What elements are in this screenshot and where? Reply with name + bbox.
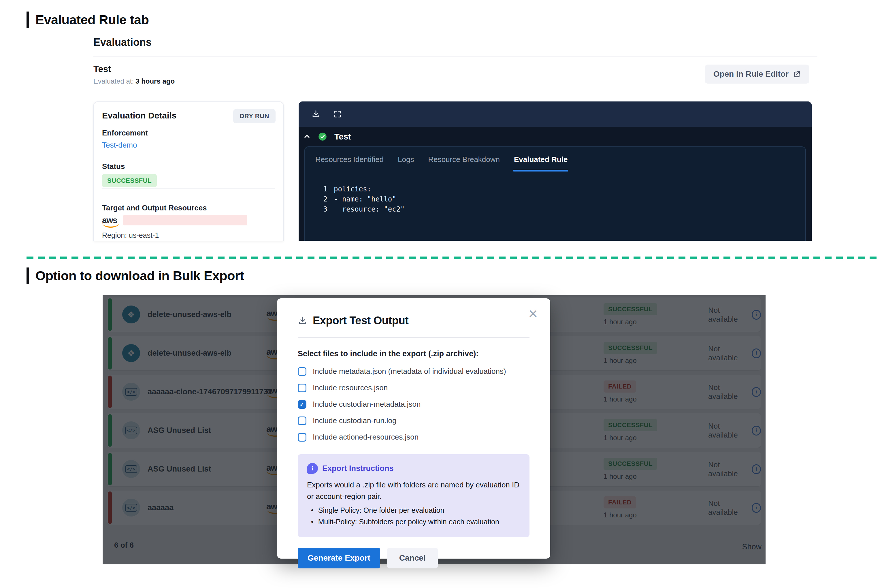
test-output-viewer: Test Resources Identified Logs Resource …	[298, 102, 812, 241]
line-number: 2	[320, 194, 327, 204]
open-in-rule-editor-button[interactable]: Open in Rule Editor	[705, 64, 809, 84]
status-badge: SUCCESSFUL	[102, 174, 157, 188]
code-block: 1policies: 2- name: "hello" 3 resource: …	[305, 184, 806, 214]
dry-run-badge: DRY RUN	[233, 109, 276, 123]
instructions-title: Export Instructions	[322, 464, 394, 473]
export-modal: ✕ Export Test Output Select files to inc…	[277, 298, 550, 559]
tab-evaluated-rule[interactable]: Evaluated Rule	[513, 155, 568, 171]
instructions-bullets: Single Policy: One folder per evaluation…	[307, 504, 520, 528]
divider	[93, 92, 817, 92]
viewer-card: Resources Identified Logs Resource Break…	[304, 146, 806, 241]
bullet-text: Multi-Policy: Subfolders per policy with…	[318, 516, 499, 528]
checkbox-box[interactable]: ✓	[298, 367, 306, 376]
code-text: - name: "hello"	[334, 194, 396, 204]
checkbox-list: ✓ Include metadata.json (metadata of ind…	[298, 367, 530, 442]
checkbox-box[interactable]: ✓	[298, 400, 306, 409]
viewer-title: Test	[334, 132, 351, 141]
modal-header: Export Test Output	[298, 315, 530, 327]
line-number: 1	[320, 184, 327, 194]
bullet-item: Single Policy: One folder per evaluation	[307, 504, 520, 516]
checkbox-label: Include actioned-resources.json	[313, 433, 418, 442]
code-line: 1policies:	[320, 184, 806, 194]
evaluation-details-card: Evaluation Details DRY RUN Enforcement T…	[93, 102, 284, 241]
modal-title: Export Test Output	[313, 315, 408, 327]
checkbox-label: Include metadata.json (metadata of indiv…	[313, 367, 506, 376]
evaluated-at: Evaluated at:3 hours ago	[93, 77, 175, 86]
code-text: resource: "ec2"	[334, 204, 405, 214]
viewer-tabs: Resources Identified Logs Resource Break…	[305, 147, 806, 171]
divider	[102, 189, 275, 189]
tab-logs[interactable]: Logs	[397, 155, 414, 171]
tab-resources-identified[interactable]: Resources Identified	[315, 155, 384, 171]
external-link-icon	[793, 70, 801, 78]
evaluations-title: Evaluations	[93, 36, 152, 48]
open-in-rule-editor-label: Open in Rule Editor	[713, 69, 789, 79]
checkbox-resources-json[interactable]: ✓ Include resources.json	[298, 383, 530, 392]
check-circle-icon	[318, 132, 327, 141]
evaluated-at-label: Evaluated at:	[93, 77, 134, 85]
region-text: Region: us-east-1	[102, 231, 159, 240]
tab-resource-breakdown[interactable]: Resource Breakdown	[428, 155, 500, 171]
target-resources-label: Target and Output Resources	[102, 204, 207, 212]
modal-buttons: Generate Export Cancel	[298, 548, 530, 568]
code-line: 3 resource: "ec2"	[320, 204, 806, 214]
checkbox-metadata-json[interactable]: ✓ Include metadata.json (metadata of ind…	[298, 367, 530, 376]
section-heading-evaluated-rule: Evaluated Rule tab	[27, 12, 149, 28]
download-icon[interactable]	[311, 110, 321, 119]
checkbox-label: Include resources.json	[313, 383, 388, 392]
dashed-section-divider	[27, 256, 878, 259]
cancel-button[interactable]: Cancel	[387, 548, 438, 568]
close-icon[interactable]: ✕	[528, 308, 538, 320]
enforcement-link[interactable]: Test-demo	[102, 141, 137, 150]
checkbox-box[interactable]: ✓	[298, 384, 306, 392]
checkbox-label: Include custodian-metadata.json	[313, 400, 420, 409]
checkbox-label: Include custodian-run.log	[313, 416, 397, 425]
checkbox-custodian-metadata-json[interactable]: ✓ Include custodian-metadata.json	[298, 400, 530, 409]
divider	[93, 57, 817, 57]
checkbox-actioned-resources-json[interactable]: ✓ Include actioned-resources.json	[298, 433, 530, 442]
line-number: 3	[320, 204, 327, 214]
instructions-body: Exports would a .zip file with folders a…	[307, 479, 520, 502]
code-line: 2- name: "hello"	[320, 194, 806, 204]
aws-logo: aws	[102, 216, 117, 225]
evaluation-name: Test	[93, 64, 111, 74]
code-text: policies:	[334, 184, 371, 194]
target-resource-row: aws	[102, 215, 247, 225]
evaluated-at-value: 3 hours ago	[135, 77, 175, 85]
bulk-export-table: ❖ delete-unused-aws-elb aws SUCCESSFUL1 …	[103, 295, 765, 564]
section-heading-bulk-export: Option to download in Bulk Export	[27, 267, 244, 284]
chevron-up-icon[interactable]	[303, 133, 311, 140]
checkbox-box[interactable]: ✓	[298, 417, 306, 425]
instructions-header: i Export Instructions	[307, 463, 520, 474]
divider	[298, 337, 530, 338]
bullet-text: Single Policy: One folder per evaluation	[318, 504, 444, 516]
checkbox-custodian-run-log[interactable]: ✓ Include custodian-run.log	[298, 416, 530, 425]
export-instructions-box: i Export Instructions Exports would a .z…	[298, 454, 530, 537]
status-label: Status	[102, 162, 125, 171]
checkbox-box[interactable]: ✓	[298, 433, 306, 442]
download-icon	[298, 316, 308, 326]
enforcement-label: Enforcement	[102, 129, 148, 138]
fullscreen-icon[interactable]	[333, 110, 342, 118]
viewer-header: Test	[298, 127, 812, 146]
details-card-title: Evaluation Details	[102, 111, 176, 120]
viewer-toolbar	[298, 102, 812, 127]
bullet-item: Multi-Policy: Subfolders per policy with…	[307, 516, 520, 528]
select-files-label: Select files to include in the export (.…	[298, 350, 530, 358]
generate-export-button[interactable]: Generate Export	[298, 548, 380, 568]
info-bubble-icon: i	[307, 463, 318, 474]
redacted-account-info	[123, 215, 247, 225]
